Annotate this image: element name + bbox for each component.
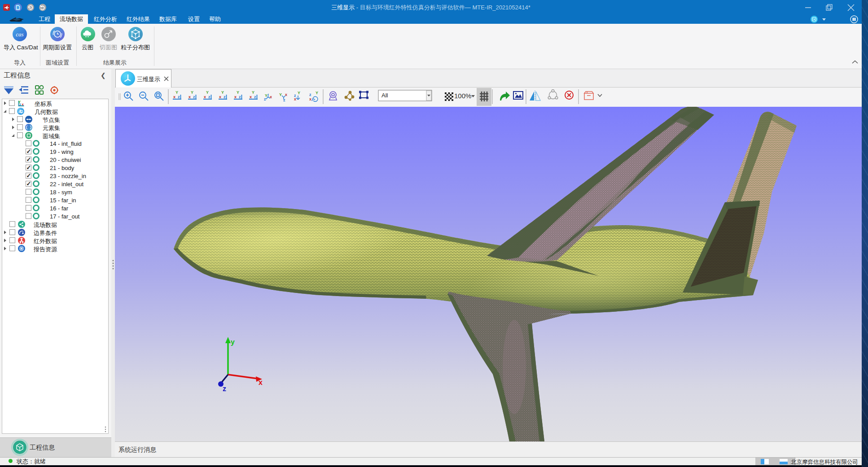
svg-text:100%: 100% — [454, 92, 471, 100]
svg-text:Y: Y — [279, 92, 282, 97]
svg-text:cas: cas — [16, 31, 23, 38]
svg-text:Y: Y — [316, 91, 318, 95]
svg-text:y: y — [231, 338, 235, 346]
svg-text:z: z — [309, 92, 311, 97]
svg-text:x: x — [270, 95, 272, 99]
svg-text:x: x — [309, 97, 311, 101]
svg-text:z: z — [223, 385, 226, 393]
svg-text:x: x — [294, 97, 296, 101]
svg-text:x: x — [285, 92, 287, 97]
svg-text:x: x — [259, 379, 263, 386]
svg-text:All: All — [381, 92, 388, 99]
svg-text:z: z — [264, 97, 266, 101]
svg-text:Y: Y — [298, 91, 300, 95]
svg-text:z: z — [19, 102, 21, 106]
